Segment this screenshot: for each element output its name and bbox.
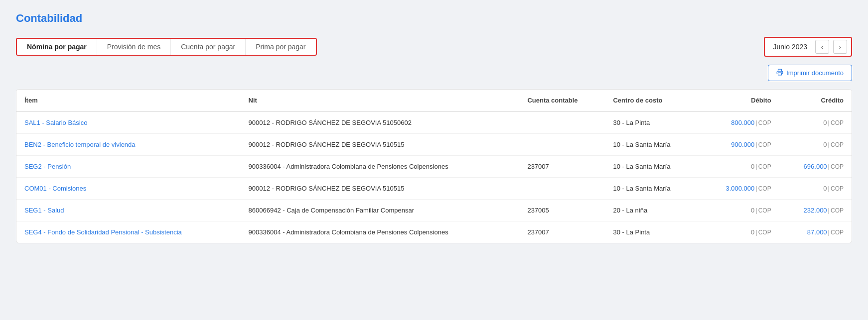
print-button[interactable]: Imprimir documento <box>768 65 852 81</box>
cell-item: SAL1 - Salario Básico <box>16 111 241 134</box>
cell-item: SEG2 - Pensión <box>16 156 241 178</box>
cell-nit: 900012 - RODRIGO SÁNCHEZ DE SEGOVIA 5105… <box>241 178 520 200</box>
cell-credito: 0|COP <box>779 134 852 156</box>
page-title: Contabilidad <box>16 12 852 25</box>
table-row: SAL1 - Salario Básico 900012 - RODRIGO S… <box>16 111 852 134</box>
credito-value: 696.000 <box>804 163 827 170</box>
cell-cuenta: 237007 <box>519 221 605 243</box>
cell-centro: 10 - La Santa María <box>605 134 700 156</box>
item-link[interactable]: SEG2 - Pensión <box>24 163 71 170</box>
debito-zero: 0 <box>751 228 754 236</box>
cell-debito: 0|COP <box>700 156 779 178</box>
cell-centro: 20 - La niña <box>605 200 700 221</box>
date-label: Junio 2023 <box>769 43 811 51</box>
cell-debito: 900.000|COP <box>700 134 779 156</box>
col-nit: Nit <box>241 90 520 111</box>
cell-item: BEN2 - Beneficio temporal de vivienda <box>16 134 241 156</box>
cell-credito: 0|COP <box>779 111 852 134</box>
debito-value: 900.000 <box>731 141 754 148</box>
cell-nit: 860066942 - Caja de Compensación Familia… <box>241 200 520 221</box>
cell-credito: 232.000|COP <box>779 200 852 221</box>
cell-cuenta: 237005 <box>519 200 605 221</box>
cell-debito: 0|COP <box>700 200 779 221</box>
col-item: Ítem <box>16 90 241 111</box>
print-button-label: Imprimir documento <box>786 69 844 77</box>
prev-month-button[interactable]: ‹ <box>815 40 829 54</box>
table-row: SEG4 - Fondo de Solidaridad Pensional - … <box>16 221 852 243</box>
tab-prima[interactable]: Prima por pagar <box>246 39 315 55</box>
cell-debito: 3.000.000|COP <box>700 178 779 200</box>
debito-zero: 0 <box>751 207 754 214</box>
cell-credito: 0|COP <box>779 178 852 200</box>
svg-rect-0 <box>778 73 782 75</box>
cell-item: SEG1 - Salud <box>16 200 241 221</box>
item-link[interactable]: BEN2 - Beneficio temporal de vivienda <box>24 141 136 148</box>
table-row: BEN2 - Beneficio temporal de vivienda 90… <box>16 134 852 156</box>
date-navigator: Junio 2023 ‹ › <box>764 37 852 57</box>
credito-value: 87.000 <box>807 228 827 236</box>
debito-value: 800.000 <box>731 119 754 126</box>
tab-provision[interactable]: Provisión de mes <box>97 39 171 55</box>
next-month-button[interactable]: › <box>833 40 847 54</box>
cell-cuenta <box>519 178 605 200</box>
cell-nit: 900336004 - Administradora Colombiana de… <box>241 156 520 178</box>
col-credito: Crédito <box>779 90 852 111</box>
table-row: SEG2 - Pensión 900336004 - Administrador… <box>16 156 852 178</box>
cell-centro: 10 - La Santa María <box>605 178 700 200</box>
cell-cuenta <box>519 111 605 134</box>
cell-item: SEG4 - Fondo de Solidaridad Pensional - … <box>16 221 241 243</box>
item-link[interactable]: COM01 - Comisiones <box>24 185 86 192</box>
item-link[interactable]: SEG4 - Fondo de Solidaridad Pensional - … <box>24 228 182 236</box>
cell-credito: 696.000|COP <box>779 156 852 178</box>
debito-value: 3.000.000 <box>725 185 754 192</box>
col-centro: Centro de costo <box>605 90 700 111</box>
cell-centro: 10 - La Santa María <box>605 156 700 178</box>
cell-cuenta <box>519 134 605 156</box>
credito-value: 232.000 <box>804 207 827 214</box>
cell-nit: 900336004 - Administradora Colombiana de… <box>241 221 520 243</box>
cell-credito: 87.000|COP <box>779 221 852 243</box>
table-row: SEG1 - Salud 860066942 - Caja de Compens… <box>16 200 852 221</box>
cell-centro: 30 - La Pinta <box>605 111 700 134</box>
col-cuenta: Cuenta contable <box>519 90 605 111</box>
credito-zero: 0 <box>823 141 827 148</box>
printer-icon <box>776 69 783 77</box>
cell-nit: 900012 - RODRIGO SÁNCHEZ DE SEGOVIA 5105… <box>241 111 520 134</box>
credito-zero: 0 <box>823 119 827 126</box>
cell-nit: 900012 - RODRIGO SÁNCHEZ DE SEGOVIA 5105… <box>241 134 520 156</box>
item-link[interactable]: SEG1 - Salud <box>24 207 64 214</box>
tab-nomina[interactable]: Nómina por pagar <box>17 39 97 55</box>
cell-cuenta: 237007 <box>519 156 605 178</box>
accounting-table: Ítem Nit Cuenta contable Centro de costo… <box>16 89 852 243</box>
table-row: COM01 - Comisiones 900012 - RODRIGO SÁNC… <box>16 178 852 200</box>
debito-zero: 0 <box>751 163 754 170</box>
tabs-container: Nómina por pagar Provisión de mes Cuenta… <box>16 38 317 56</box>
cell-debito: 0|COP <box>700 221 779 243</box>
cell-item: COM01 - Comisiones <box>16 178 241 200</box>
cell-centro: 30 - La Pinta <box>605 221 700 243</box>
credito-zero: 0 <box>823 185 827 192</box>
item-link[interactable]: SAL1 - Salario Básico <box>24 119 87 126</box>
cell-debito: 800.000|COP <box>700 111 779 134</box>
col-debito: Débito <box>700 90 779 111</box>
tab-cuenta[interactable]: Cuenta por pagar <box>171 39 246 55</box>
